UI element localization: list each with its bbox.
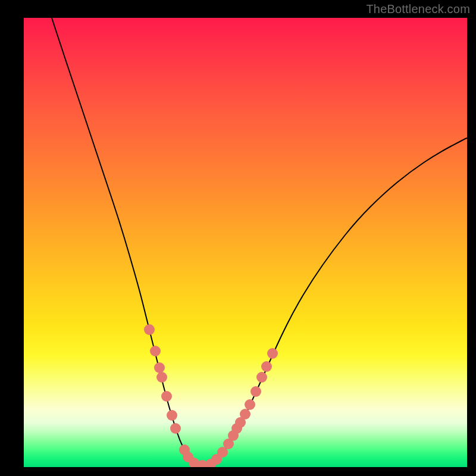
stage: TheBottleneck.com	[0, 0, 476, 476]
marker-dot	[144, 324, 155, 335]
marker-dot	[261, 361, 272, 372]
plot-area	[24, 18, 467, 467]
marker-dot	[170, 423, 181, 434]
chart-svg	[24, 18, 467, 467]
marker-dot	[150, 346, 161, 356]
marker-dot	[250, 386, 261, 397]
marker-dot	[154, 362, 165, 373]
marker-dot	[245, 399, 255, 410]
watermark-text: TheBottleneck.com	[366, 2, 470, 16]
marker-group	[144, 324, 278, 467]
curve-left	[52, 18, 202, 465]
marker-dot	[161, 391, 172, 402]
marker-dot	[267, 348, 278, 359]
marker-dot	[256, 372, 267, 383]
marker-dot	[167, 410, 177, 421]
marker-dot	[156, 372, 167, 383]
marker-dot	[240, 409, 250, 419]
